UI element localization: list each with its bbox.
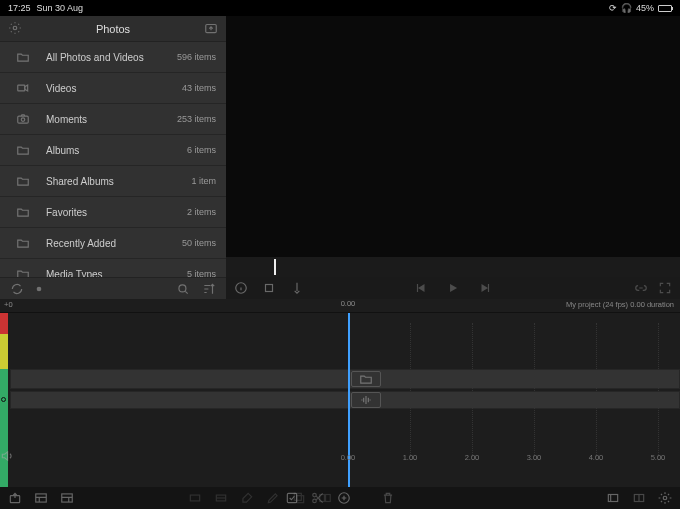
svg-point-4 <box>21 118 25 122</box>
info-icon[interactable] <box>234 281 248 295</box>
view-b-icon[interactable] <box>632 491 646 505</box>
folder-icon <box>10 267 36 277</box>
timeline-toolbar <box>0 487 680 509</box>
sidebar-footer <box>0 277 226 299</box>
checkbox-icon[interactable] <box>285 491 299 505</box>
svg-rect-12 <box>190 495 199 501</box>
media-sidebar: Photos All Photos and Videos 596 items V… <box>0 16 226 299</box>
record-icon[interactable] <box>32 282 46 296</box>
sidebar-item-label: Media Types <box>36 269 187 278</box>
preview-canvas[interactable] <box>226 16 680 257</box>
brush-icon[interactable] <box>240 491 254 505</box>
prev-frame-icon[interactable] <box>414 281 428 295</box>
preview-strip[interactable] <box>226 257 680 277</box>
waveform-icon <box>359 393 373 407</box>
camera-icon <box>10 112 36 126</box>
sidebar-item-count: 596 items <box>177 52 216 62</box>
folder-icon <box>10 236 36 250</box>
layout-a-icon[interactable] <box>34 491 48 505</box>
sidebar-item-recently-added[interactable]: Recently Added 50 items <box>0 228 226 259</box>
settings-icon[interactable] <box>8 21 22 35</box>
svg-rect-2 <box>18 85 25 91</box>
headphones-icon: 🎧 <box>621 3 632 13</box>
timeline-offset-label: +0 <box>4 300 13 309</box>
folder-icon <box>10 50 36 64</box>
svg-rect-3 <box>18 116 29 123</box>
orientation-lock-icon: ⟳ <box>609 3 617 13</box>
link-icon[interactable] <box>634 281 648 295</box>
sidebar-header: Photos <box>0 16 226 42</box>
layout-b-icon[interactable] <box>60 491 74 505</box>
timeline-panel: +0 0.00 My project (24 fps) 0.00 duratio… <box>0 299 680 509</box>
add-icon[interactable] <box>337 491 351 505</box>
marker-icon[interactable] <box>290 281 304 295</box>
sidebar-item-label: Favorites <box>36 207 187 218</box>
timeline-ruler[interactable]: 0.00 1.00 2.00 3.00 4.00 5.00 <box>10 453 680 467</box>
sidebar-item-count: 1 item <box>191 176 216 186</box>
folder-icon <box>10 143 36 157</box>
sidebar-item-label: Shared Albums <box>36 176 191 187</box>
svg-rect-8 <box>266 285 273 292</box>
export-icon[interactable] <box>8 491 22 505</box>
preview-panel <box>226 16 680 299</box>
sidebar-item-label: Recently Added <box>36 238 182 249</box>
gear-icon[interactable] <box>658 491 672 505</box>
svg-point-6 <box>179 284 186 291</box>
next-frame-icon[interactable] <box>478 281 492 295</box>
view-a-icon[interactable] <box>606 491 620 505</box>
sidebar-item-shared-albums[interactable]: Shared Albums 1 item <box>0 166 226 197</box>
rect2-tool-icon[interactable] <box>214 491 228 505</box>
search-icon[interactable] <box>176 282 190 296</box>
rect-tool-icon[interactable] <box>188 491 202 505</box>
sidebar-list: All Photos and Videos 596 items Videos 4… <box>0 42 226 277</box>
play-icon[interactable] <box>446 281 460 295</box>
sort-icon[interactable] <box>202 282 216 296</box>
speaker-icon[interactable] <box>0 449 14 463</box>
battery-percent: 45% <box>636 3 654 13</box>
status-bar: 17:25 Sun 30 Aug ⟳ 🎧 45% <box>0 0 680 16</box>
refresh-icon[interactable] <box>10 282 24 296</box>
scissors-icon[interactable] <box>311 491 325 505</box>
timeline-ruler-head[interactable]: +0 0.00 My project (24 fps) 0.00 duratio… <box>0 299 680 313</box>
sidebar-item-label: Videos <box>36 83 182 94</box>
battery-icon <box>658 5 672 12</box>
audio-well-icon[interactable] <box>351 392 381 408</box>
svg-point-24 <box>663 496 667 500</box>
sidebar-item-count: 50 items <box>182 238 216 248</box>
sidebar-item-favorites[interactable]: Favorites 2 items <box>0 197 226 228</box>
svg-rect-22 <box>608 495 617 502</box>
sidebar-item-count: 43 items <box>182 83 216 93</box>
sidebar-item-media-types[interactable]: Media Types 5 items <box>0 259 226 277</box>
preview-controls <box>226 277 680 299</box>
sidebar-item-videos[interactable]: Videos 43 items <box>0 73 226 104</box>
sidebar-item-count: 6 items <box>187 145 216 155</box>
sidebar-item-all-photos[interactable]: All Photos and Videos 596 items <box>0 42 226 73</box>
audio-track[interactable] <box>10 391 680 409</box>
svg-point-0 <box>13 26 17 30</box>
project-info: My project (24 fps) 0.00 duration <box>566 300 674 309</box>
sidebar-title: Photos <box>96 23 130 35</box>
clip-well-icon[interactable] <box>351 371 381 387</box>
folder-icon <box>10 205 36 219</box>
status-date: Sun 30 Aug <box>37 3 84 13</box>
svg-rect-18 <box>287 493 296 502</box>
video-track[interactable] <box>10 369 680 389</box>
sidebar-item-label: Albums <box>36 145 187 156</box>
sidebar-item-moments[interactable]: Moments 253 items <box>0 104 226 135</box>
folder-icon <box>10 174 36 188</box>
fullscreen-icon[interactable] <box>658 281 672 295</box>
import-icon[interactable] <box>204 21 218 35</box>
sidebar-item-albums[interactable]: Albums 6 items <box>0 135 226 166</box>
timeline-body[interactable]: 0.00 1.00 2.00 3.00 4.00 5.00 <box>0 313 680 487</box>
sidebar-item-label: Moments <box>36 114 177 125</box>
trash-icon[interactable] <box>381 491 395 505</box>
timeline-start-label: 0.00 <box>341 299 356 308</box>
folder-icon <box>359 372 373 386</box>
sidebar-item-count: 253 items <box>177 114 216 124</box>
sidebar-item-label: All Photos and Videos <box>36 52 177 63</box>
pencil-icon[interactable] <box>266 491 280 505</box>
crop-icon[interactable] <box>262 281 276 295</box>
video-icon <box>10 81 36 95</box>
preview-playhead[interactable] <box>274 259 276 275</box>
svg-point-5 <box>37 286 42 291</box>
